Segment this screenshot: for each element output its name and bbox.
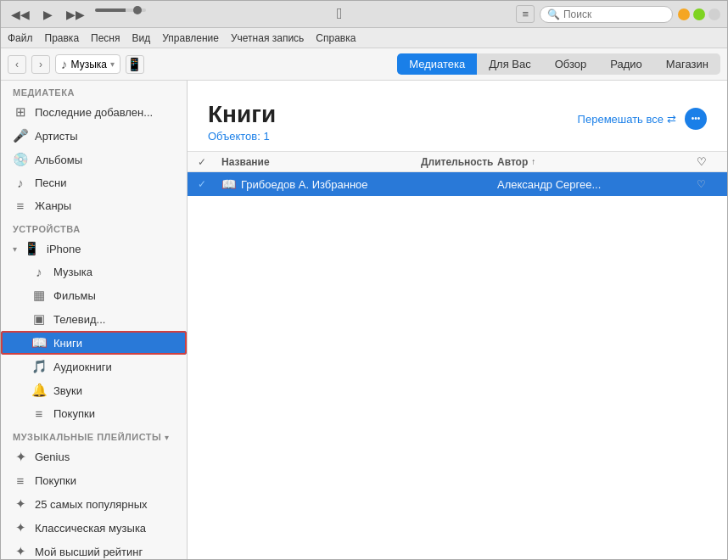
mic-icon: 🎤 [13,128,28,143]
main-content: Книги Объектов: 1 Перемешать все ⇄ ••• [188,81,727,559]
menu-song[interactable]: Песня [91,32,120,44]
row-heart[interactable]: ♡ [697,178,717,190]
sidebar-item-recent[interactable]: ⊞ Последние добавлен... [1,100,187,124]
sidebar-item-songs[interactable]: ♪ Песни [1,171,187,194]
sidebar-item-books[interactable]: 📖 Книги [1,331,187,355]
col-duration-header[interactable]: Длительность [421,156,497,168]
maximize-button[interactable] [693,8,705,20]
sidebar-item-albums[interactable]: 💿 Альбомы [1,148,187,171]
tab-browse[interactable]: Обзор [543,53,599,75]
playlists-arrow-icon[interactable]: ▾ [165,433,169,442]
menu-controls[interactable]: Управление [162,32,219,44]
books-icon: 📖 [31,335,47,350]
search-input[interactable] [563,8,665,20]
menu-edit[interactable]: Правка [45,32,80,44]
sidebar-item-label: Альбомы [35,154,82,166]
iphone-device-header[interactable]: ▾ 📱 iPhone [1,237,187,260]
sidebar-item-label: Звуки [53,384,82,397]
heart-header-icon: ♡ [697,155,707,168]
sidebar-item-label: Genius [35,451,70,463]
books-header: Книги Объектов: 1 [208,101,276,143]
devices-section-label: Устройства [1,217,187,237]
window-controls [678,8,720,20]
menu-icon-button[interactable]: ≡ [516,5,535,23]
sidebar-item-label: 25 самых популярных [35,498,148,511]
device-icon: 📱 [126,57,143,72]
list-icon: ≡ [13,473,28,488]
iphone-label: iPhone [47,243,81,255]
purchase-icon: ≡ [31,406,47,421]
sidebar-item-top25[interactable]: ✦ 25 самых популярных [1,492,187,516]
sidebar-item-genres[interactable]: ≡ Жанры [1,194,187,217]
tab-group: Медиатека Для Вас Обзор Радио Магазин [397,53,720,75]
sidebar-item-label: Телевид... [53,313,105,326]
menu-help[interactable]: Справка [316,32,356,44]
row-name-text: Грибоедов А. Избранное [241,178,368,191]
menu-file[interactable]: Файл [8,32,33,44]
menu-account[interactable]: Учетная запись [231,32,304,44]
sidebar-item-audiobooks[interactable]: 🎵 Аудиокниги [1,355,187,378]
star-icon: ✦ [13,496,28,512]
search-icon: 🔍 [547,8,560,20]
more-button[interactable]: ••• [685,108,707,130]
shuffle-button[interactable]: Перемешать все ⇄ [578,113,676,126]
col-author-header[interactable]: Автор ↑ [497,156,697,168]
row-author: Александр Сергее... [497,178,697,191]
row-book-icon: 📖 [221,177,236,191]
heart-icon[interactable]: ♡ [697,178,706,190]
sidebar-item-purchases-pl[interactable]: ≡ Покупки [1,469,187,492]
forward-button[interactable]: › [31,55,50,74]
books-count: Объектов: 1 [208,130,276,143]
music-icon: ♪ [31,265,47,279]
sidebar-item-tones[interactable]: 🔔 Звуки [1,378,187,402]
library-section-label: Медиатека [1,81,187,100]
sidebar-item-music[interactable]: ♪ Музыка [1,260,187,283]
menu-bar: Файл Правка Песня Вид Управление Учетная… [1,28,727,48]
col-name-label: Название [221,156,270,168]
volume-knob[interactable] [133,6,142,14]
tab-radio[interactable]: Радио [598,53,654,75]
sidebar-item-artists[interactable]: 🎤 Артисты [1,124,187,148]
table-row[interactable]: ✓ 📖 Грибоедов А. Избранное Александр Сер… [188,172,727,196]
close-button[interactable] [708,8,720,20]
playlists-label: Музыкальные плейлисты [13,432,161,442]
next-button[interactable]: ▶▶ [63,6,88,23]
title-bar: ◀◀ ▶ ▶▶  ≡ 🔍 [1,1,727,28]
iphone-device-icon: 📱 [24,241,40,256]
title-bar-left: ◀◀ ▶ ▶▶ [8,6,163,23]
col-duration-label: Длительность [421,156,493,168]
prev-button[interactable]: ◀◀ [8,6,33,23]
col-author-label: Автор [497,156,528,168]
sidebar-item-label: Покупки [53,407,95,420]
note-icon: ♪ [13,176,28,190]
col-name-header[interactable]: Название [221,156,421,168]
sidebar-item-label: Классическая музыка [35,522,146,535]
books-table-container: ✓ Название Длительность Автор ↑ ♡ [188,143,727,196]
play-button[interactable]: ▶ [40,6,56,23]
tv-icon: ▣ [31,311,47,327]
row-check-icon: ✓ [198,178,206,190]
minimize-button[interactable] [678,8,690,20]
sidebar-item-classical[interactable]: ✦ Классическая музыка [1,516,187,540]
col-heart-header: ♡ [697,155,717,168]
sidebar-item-purchases[interactable]: ≡ Покупки [1,402,187,425]
tab-store[interactable]: Магазин [654,53,720,75]
library-icon: ♪ [61,57,68,71]
genres-icon: ≡ [13,199,28,213]
device-button[interactable]: 📱 [126,55,144,74]
sidebar-item-label: Артисты [35,130,78,143]
back-button[interactable]: ‹ [8,55,26,74]
sidebar-item-genius[interactable]: ✦ Genius [1,445,187,469]
tab-library[interactable]: Медиатека [397,53,477,75]
library-selector[interactable]: ♪ Музыка ▾ [55,54,120,74]
library-arrow-icon: ▾ [110,59,115,69]
sidebar: Медиатека ⊞ Последние добавлен... 🎤 Арти… [1,81,188,559]
sidebar-item-movies[interactable]: ▦ Фильмы [1,283,187,307]
sidebar-item-tv[interactable]: ▣ Телевид... [1,307,187,331]
sidebar-item-toprated[interactable]: ✦ Мой высший рейтинг [1,540,187,559]
search-box: 🔍 [540,6,673,23]
tab-for-you[interactable]: Для Вас [477,53,542,75]
menu-view[interactable]: Вид [132,32,151,44]
shuffle-icon: ⇄ [667,113,676,126]
apple-logo-icon:  [337,5,343,23]
